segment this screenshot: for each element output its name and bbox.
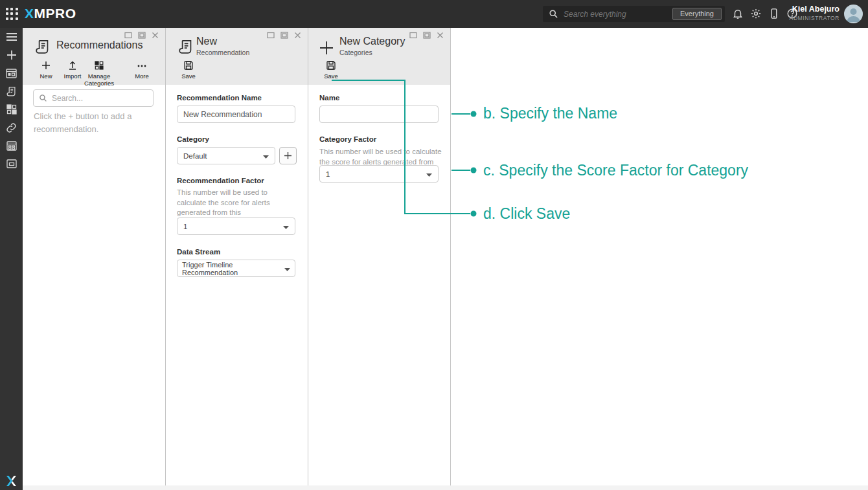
category-name-label: Name <box>319 94 339 102</box>
dashboards-icon[interactable] <box>0 64 23 82</box>
left-sidebar <box>0 28 23 490</box>
save-button[interactable]: Save <box>319 61 343 80</box>
data-stream-label: Data Stream <box>177 248 220 256</box>
category-select[interactable]: Default <box>177 147 275 164</box>
add-category-button[interactable] <box>279 147 297 164</box>
save-floppy-icon <box>319 61 343 71</box>
panel-subtitle: Categories <box>339 49 372 56</box>
save-button[interactable]: Save <box>176 61 201 80</box>
app-grid-icon[interactable] <box>6 8 19 21</box>
mobile-device-icon[interactable] <box>768 8 781 21</box>
panel-title: New Category <box>339 36 405 47</box>
panel-subtitle: Recommendation <box>196 49 249 56</box>
search-scope-button[interactable]: Everything <box>672 8 722 20</box>
minimize-icon[interactable] <box>124 32 132 39</box>
minimize-icon[interactable] <box>409 32 417 39</box>
data-streams-icon[interactable] <box>0 137 23 155</box>
recommendation-name-label: Recommendation Name <box>177 94 262 102</box>
recommendations-panel: Recommendations New Import Manage Catego… <box>23 28 166 485</box>
new-recommendation-panel: New Recommendation Save Recommendation N… <box>166 28 308 485</box>
category-factor-select[interactable]: 1 <box>319 165 439 183</box>
data-stream-select[interactable]: Trigger Timeline Recommendation <box>177 260 295 277</box>
annotation-step-c: c. Specify the Score Factor for Category <box>483 162 748 179</box>
global-search-input[interactable] <box>564 10 670 19</box>
import-button[interactable]: Import <box>60 61 86 80</box>
user-name: Kiel Abejuro <box>790 5 839 14</box>
recommendation-factor-select[interactable]: 1 <box>177 217 295 235</box>
notifications-bell-icon[interactable] <box>732 8 745 21</box>
recommendation-factor-label: Recommendation Factor <box>177 177 264 184</box>
chevron-down-icon <box>426 170 432 178</box>
close-icon[interactable] <box>152 32 159 39</box>
user-avatar[interactable] <box>844 5 863 23</box>
top-bar: XMPRO Everything Kiel Abejuro ADMINISTRA… <box>0 0 868 28</box>
plus-icon <box>284 151 292 160</box>
panel-title: Recommendations <box>56 39 143 51</box>
search-icon <box>39 94 47 102</box>
recommendations-search[interactable] <box>33 89 154 107</box>
menu-hamburger-icon[interactable] <box>0 28 23 46</box>
add-icon[interactable] <box>0 46 23 64</box>
new-category-panel-header: New Category Categories Save <box>308 28 450 85</box>
maximize-icon[interactable] <box>280 32 288 39</box>
bottom-scroll-strip <box>23 485 868 490</box>
manage-categories-button[interactable]: Manage Categories <box>82 61 116 87</box>
xmpro-logo[interactable]: XMPRO <box>25 6 76 21</box>
annotation-step-d: d. Click Save <box>483 205 570 223</box>
category-name-input[interactable] <box>319 106 439 123</box>
maximize-icon[interactable] <box>423 32 431 39</box>
xmpro-x-logo[interactable] <box>0 476 23 489</box>
user-role: ADMINISTRATOR <box>790 15 839 21</box>
search-icon <box>549 9 558 19</box>
plus-icon <box>34 61 58 71</box>
empty-list-hint: Click the + button to add a recommendati… <box>34 110 160 136</box>
chevron-down-icon <box>263 152 269 160</box>
new-category-panel: New Category Categories Save Name Catego… <box>308 28 451 485</box>
settings-gear-icon[interactable] <box>750 8 763 21</box>
apps-blocks-icon[interactable] <box>0 100 23 118</box>
more-button[interactable]: More <box>128 61 155 80</box>
recommendations-panel-header: Recommendations New Import Manage Catego… <box>23 28 165 85</box>
chevron-down-icon <box>283 223 289 230</box>
recommendation-name-input[interactable] <box>177 106 295 123</box>
new-category-plus-icon <box>319 40 334 58</box>
more-dots-icon <box>128 61 155 71</box>
close-icon[interactable] <box>437 32 444 39</box>
recommendation-scroll-icon <box>177 39 194 58</box>
categories-blocks-icon <box>82 61 116 71</box>
panel-title: New <box>196 36 217 47</box>
global-search[interactable]: Everything <box>543 6 725 22</box>
close-icon[interactable] <box>294 32 301 39</box>
import-icon <box>60 61 86 71</box>
new-button[interactable]: New <box>34 61 58 80</box>
recommendations-scroll-icon <box>34 39 51 58</box>
save-floppy-icon <box>176 61 201 71</box>
recommendations-search-input[interactable] <box>52 94 143 103</box>
connections-link-icon[interactable] <box>0 118 23 137</box>
user-menu[interactable]: Kiel Abejuro ADMINISTRATOR <box>790 5 839 21</box>
new-recommendation-panel-header: New Recommendation Save <box>166 28 308 85</box>
annotation-step-b: b. Specify the Name <box>483 105 617 122</box>
maximize-icon[interactable] <box>138 32 146 39</box>
embedded-view-icon[interactable] <box>0 155 23 173</box>
minimize-icon[interactable] <box>267 32 275 39</box>
category-label: Category <box>177 135 209 143</box>
category-factor-label: Category Factor <box>319 135 376 143</box>
recommendations-icon[interactable] <box>0 82 23 100</box>
chevron-down-icon <box>284 265 290 273</box>
